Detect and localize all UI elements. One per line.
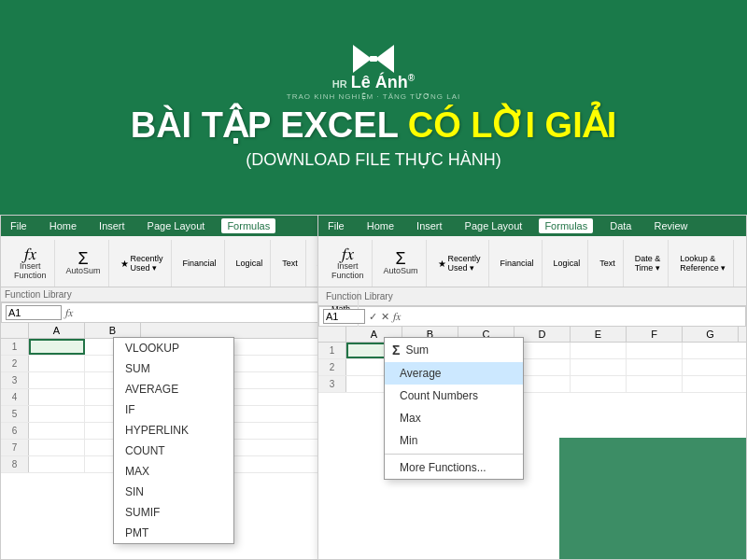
- insert-function-btn-right[interactable]: 𝑓𝑥 InsertFunction: [328, 244, 368, 283]
- cell-e1-right[interactable]: [571, 343, 627, 358]
- row-num-header-left: [1, 323, 29, 338]
- autosum-max-item[interactable]: Max: [385, 407, 523, 429]
- dropdown-if[interactable]: IF: [114, 399, 233, 420]
- financial-label-left: Financial: [183, 259, 217, 268]
- dropdown-sin[interactable]: SIN: [114, 482, 233, 502]
- svg-marker-0: [353, 45, 372, 73]
- cell-f2-right[interactable]: [627, 359, 683, 375]
- autosum-sum-item[interactable]: Σ Sum: [385, 338, 523, 362]
- sum-label: Sum: [405, 343, 429, 357]
- cell-f3-right[interactable]: [627, 376, 683, 392]
- svg-rect-2: [370, 56, 377, 62]
- autosum-min-item[interactable]: Min: [385, 429, 523, 452]
- cell-e3-right[interactable]: [571, 376, 627, 392]
- cell-a2-left[interactable]: [29, 356, 85, 371]
- cell-a3-left[interactable]: [29, 372, 85, 388]
- fx-icon-right: 𝑓𝑥: [342, 245, 354, 262]
- lookup-label-right: Lookup &Reference ▾: [680, 254, 726, 273]
- financial-btn-right[interactable]: Financial: [497, 257, 538, 270]
- autosum-more-item[interactable]: More Functions...: [385, 456, 523, 479]
- tab-data-right[interactable]: Data: [604, 218, 637, 233]
- cell-f1-right[interactable]: [627, 343, 683, 358]
- cell-a8-left[interactable]: [29, 456, 85, 472]
- col-g-header-right: G: [683, 327, 739, 342]
- dropdown-sumif[interactable]: SUMIF: [114, 502, 233, 523]
- recently-used-btn-left[interactable]: ★ RecentlyUsed ▾: [117, 252, 167, 274]
- fx-icon-left: 𝑓𝑥: [24, 245, 36, 262]
- rownum-1-left: 1: [1, 339, 29, 355]
- dropdown-max[interactable]: MAX: [114, 461, 233, 482]
- brand-name: HR Lê Ánh®: [332, 73, 415, 92]
- tab-pagelayout-left[interactable]: Page Layout: [142, 218, 211, 233]
- insert-function-group-right: 𝑓𝑥 InsertFunction: [324, 240, 373, 287]
- name-box-right[interactable]: [323, 309, 365, 324]
- autosum-group-right: Σ AutoSum: [376, 240, 427, 287]
- cell-a7-left[interactable]: [29, 440, 85, 455]
- dropdown-sum[interactable]: SUM: [114, 358, 233, 379]
- col-e-header-right: E: [571, 327, 627, 342]
- rownum-2-left: 2: [1, 356, 29, 371]
- dropdown-pmt[interactable]: PMT: [114, 523, 233, 543]
- cross-icon: ✕: [381, 311, 389, 323]
- autosum-count-item[interactable]: Count Numbers: [385, 385, 523, 407]
- tab-home-right[interactable]: Home: [361, 218, 400, 233]
- recently-used-btn-right[interactable]: ★ RecentlyUsed ▾: [434, 252, 485, 274]
- financial-group-left: Financial: [176, 240, 225, 287]
- rownum-1-right: 1: [318, 343, 346, 358]
- logical-btn-left[interactable]: Logical: [233, 257, 267, 270]
- sub-title: (DOWNLOAD FILE THỰC HÀNH): [246, 149, 501, 170]
- star-icon-right: ★: [438, 259, 446, 269]
- dropdown-hyperlink[interactable]: HYPERLINK: [114, 420, 233, 441]
- cell-a6-left[interactable]: [29, 423, 85, 439]
- tab-home-left[interactable]: Home: [44, 218, 82, 233]
- tab-formulas-right[interactable]: Formulas: [539, 218, 593, 233]
- dropdown-average[interactable]: AVERAGE: [114, 379, 233, 399]
- dropdown-count[interactable]: COUNT: [114, 441, 233, 461]
- row-3-right: 3: [318, 376, 746, 393]
- autosum-divider: [385, 454, 523, 455]
- lookup-btn-right[interactable]: Lookup &Reference ▾: [676, 252, 729, 274]
- cell-a5-left[interactable]: [29, 406, 85, 422]
- logical-label-left: Logical: [236, 259, 263, 268]
- rownum-7-left: 7: [1, 440, 29, 455]
- company-name: Lê Ánh®: [351, 73, 415, 92]
- row-1-right: 1: [318, 343, 746, 359]
- tab-pagelayout-right[interactable]: Page Layout: [459, 218, 529, 233]
- cell-e2-right[interactable]: [571, 359, 627, 375]
- tab-formulas-left[interactable]: Formulas: [221, 218, 275, 233]
- svg-marker-1: [375, 45, 394, 73]
- date-label-right: Date &Time ▾: [635, 254, 661, 273]
- logical-btn-right[interactable]: Logical: [550, 257, 585, 270]
- recently-used-label-right: RecentlyUsed ▾: [448, 254, 481, 273]
- tab-review-right[interactable]: Review: [648, 218, 693, 233]
- recently-used-dropdown: VLOOKUP SUM AVERAGE IF HYPERLINK COUNT M…: [113, 337, 234, 544]
- date-group-right: Date &Time ▾: [627, 240, 669, 287]
- logo-container: HR Lê Ánh® TRAO KINH NGHIỆM · TĂNG TƯƠNG…: [287, 45, 460, 101]
- autosum-average-item[interactable]: Average: [385, 362, 523, 385]
- green-area: [559, 438, 746, 559]
- tab-file-right[interactable]: File: [322, 218, 350, 233]
- date-btn-right[interactable]: Date &Time ▾: [631, 252, 665, 274]
- autosum-btn-right[interactable]: Σ AutoSum: [380, 248, 422, 278]
- rownum-2-right: 2: [318, 359, 346, 375]
- main-title: BÀI TẬP EXCEL CÓ LỜI GIẢI: [131, 106, 617, 146]
- financial-btn-left[interactable]: Financial: [179, 257, 220, 270]
- financial-label-right: Financial: [500, 259, 534, 268]
- dropdown-vlookup[interactable]: VLOOKUP: [114, 338, 233, 358]
- cell-a4-left[interactable]: [29, 389, 85, 405]
- hr-label: HR: [332, 78, 347, 90]
- recently-used-group-right: ★ RecentlyUsed ▾: [430, 240, 489, 287]
- cell-a1-left[interactable]: [29, 339, 85, 355]
- tab-insert-right[interactable]: Insert: [411, 218, 448, 233]
- tab-file-left[interactable]: File: [5, 218, 33, 233]
- insert-function-btn-left[interactable]: 𝑓𝑥 InsertFunction: [10, 244, 50, 283]
- text-label-right: Text: [599, 259, 615, 268]
- formula-input-right[interactable]: [404, 309, 741, 324]
- autosum-btn-left[interactable]: Σ AutoSum: [63, 248, 105, 278]
- row-2-right: 2: [318, 359, 746, 376]
- tab-insert-left[interactable]: Insert: [93, 218, 131, 233]
- text-btn-right[interactable]: Text: [596, 257, 619, 270]
- text-group-left: Text: [275, 240, 306, 287]
- text-btn-left[interactable]: Text: [278, 257, 302, 270]
- name-box-left[interactable]: [6, 305, 62, 320]
